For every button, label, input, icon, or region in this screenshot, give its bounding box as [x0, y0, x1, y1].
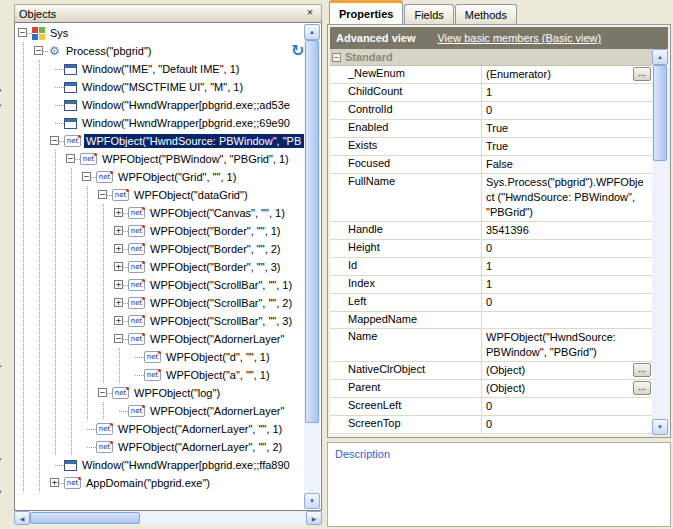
- tree-item[interactable]: netWPFObject("a", "", 1): [16, 366, 304, 384]
- property-row[interactable]: Left0: [330, 294, 652, 312]
- tree-item[interactable]: +netWPFObject("Border", "", 2): [16, 240, 304, 258]
- expand-icon[interactable]: +: [114, 226, 123, 235]
- tree-horizontal-scrollbar[interactable]: ◀ ▶: [14, 511, 322, 525]
- tab-methods[interactable]: Methods: [455, 4, 517, 24]
- property-row[interactable]: NameWPFObject("HwndSource: PBWindow", "P…: [330, 329, 652, 362]
- property-row[interactable]: Height0: [330, 240, 652, 258]
- tree-item[interactable]: Window("HwndWrapper[pbgrid.exe;;ffa890: [16, 456, 304, 474]
- tree-item-label[interactable]: WPFObject("HwndSource: PBWindow", "PB: [84, 134, 304, 148]
- category-row[interactable]: − Standard: [330, 49, 652, 66]
- tree-hscrollbar-thumb[interactable]: [30, 512, 140, 524]
- tree-item[interactable]: −netWPFObject("AdornerLayer": [16, 330, 304, 348]
- scroll-down-icon[interactable]: ▼: [304, 493, 320, 509]
- tree-item[interactable]: +netWPFObject("ScrollBar", "", 2): [16, 294, 304, 312]
- collapse-icon[interactable]: −: [18, 28, 27, 37]
- scroll-down-icon[interactable]: ▼: [652, 419, 668, 435]
- expand-icon[interactable]: +: [114, 280, 123, 289]
- tree-item[interactable]: Window("IME", "Default IME", 1): [16, 60, 304, 78]
- tree-item[interactable]: −⚙Process("pbgrid"): [16, 42, 304, 60]
- tree-item-label[interactable]: WPFObject("AdornerLayer": [148, 332, 286, 346]
- tree-item-label[interactable]: Window("MSCTFIME UI", "M", 1): [80, 80, 245, 94]
- collapse-icon[interactable]: −: [50, 136, 59, 145]
- tree-item-label[interactable]: Window("HwndWrapper[pbgrid.exe;;ad53e: [80, 98, 292, 112]
- tree-item[interactable]: −netWPFObject("Grid", "", 1): [16, 168, 304, 186]
- property-row[interactable]: _NewEnum(Enumerator)...: [330, 66, 652, 84]
- property-row[interactable]: Id1: [330, 258, 652, 276]
- ellipsis-button[interactable]: ...: [633, 381, 651, 395]
- tree-item-label[interactable]: WPFObject("a", "", 1): [164, 368, 272, 382]
- tree-item-label[interactable]: Process("pbgrid"): [64, 44, 153, 58]
- tree-item[interactable]: −netWPFObject("log"): [16, 384, 304, 402]
- tree-item[interactable]: Window("HwndWrapper[pbgrid.exe;;ad53e: [16, 96, 304, 114]
- tree-item[interactable]: +netWPFObject("Canvas", "", 1): [16, 204, 304, 222]
- expand-icon[interactable]: +: [114, 208, 123, 217]
- tree-item[interactable]: −netWPFObject("PBWindow", "PBGrid", 1): [16, 150, 304, 168]
- tree-item-label[interactable]: WPFObject("Border", "", 1): [148, 224, 283, 238]
- ellipsis-button[interactable]: ...: [633, 363, 651, 377]
- tree-item[interactable]: netWPFObject("AdornerLayer": [16, 402, 304, 420]
- tree-item-label[interactable]: WPFObject("Border", "", 3): [148, 260, 283, 274]
- property-row[interactable]: NativeClrObject(Object)...: [330, 362, 652, 380]
- close-icon[interactable]: ×: [303, 7, 317, 20]
- tree-item-label[interactable]: WPFObject("Border", "", 2): [148, 242, 283, 256]
- tree-item-label[interactable]: WPFObject("ScrollBar", "", 1): [148, 278, 294, 292]
- property-row[interactable]: ControlId0: [330, 102, 652, 120]
- tree-item-label[interactable]: Window("HwndWrapper[pbgrid.exe;;ffa890: [80, 458, 292, 472]
- collapse-icon[interactable]: −: [82, 172, 91, 181]
- tree-item-label[interactable]: Sys: [48, 26, 70, 40]
- tree-item-label[interactable]: WPFObject("AdornerLayer", "", 2): [116, 440, 284, 454]
- basic-view-link[interactable]: View basic members (Basic view): [437, 32, 601, 44]
- tree-item[interactable]: +netWPFObject("ScrollBar", "", 1): [16, 276, 304, 294]
- expand-icon[interactable]: +: [50, 478, 59, 487]
- collapse-icon[interactable]: −: [98, 190, 107, 199]
- property-row[interactable]: Parent(Object)...: [330, 380, 652, 398]
- tree-item-label[interactable]: WPFObject("Canvas", "", 1): [148, 206, 287, 220]
- expand-icon[interactable]: +: [114, 262, 123, 271]
- tree-item[interactable]: netWPFObject("AdornerLayer", "", 2): [16, 438, 304, 456]
- tree-item-label[interactable]: WPFObject("PBWindow", "PBGrid", 1): [100, 152, 291, 166]
- collapse-icon[interactable]: −: [66, 154, 75, 163]
- collapse-icon[interactable]: −: [332, 53, 341, 62]
- scroll-right-icon[interactable]: ▶: [306, 511, 322, 525]
- collapse-icon[interactable]: −: [98, 388, 107, 397]
- tree-item-label[interactable]: WPFObject("dataGrid"): [132, 188, 250, 202]
- property-row[interactable]: MappedName: [330, 312, 652, 329]
- tree-item-label[interactable]: WPFObject("d", "", 1): [164, 350, 272, 364]
- scroll-left-icon[interactable]: ◀: [14, 511, 30, 525]
- tree-item[interactable]: +netWPFObject("ScrollBar", "", 3): [16, 312, 304, 330]
- grid-vertical-scrollbar[interactable]: ▲ ▼: [652, 49, 668, 435]
- tree-item[interactable]: +netAppDomain("pbgrid.exe"): [16, 474, 304, 492]
- tree-vertical-scrollbar[interactable]: ▲ ▼: [304, 24, 320, 509]
- property-row[interactable]: ScreenLeft0: [330, 398, 652, 416]
- tree-item-label[interactable]: WPFObject("AdornerLayer": [148, 404, 286, 418]
- tree-item-label[interactable]: WPFObject("Grid", "", 1): [116, 170, 238, 184]
- grid-scrollbar-thumb[interactable]: [653, 65, 667, 161]
- tree-item[interactable]: −netWPFObject("HwndSource: PBWindow", "P…: [16, 132, 304, 150]
- property-row[interactable]: FocusedFalse: [330, 156, 652, 174]
- tree-item-label[interactable]: WPFObject("AdornerLayer", "", 1): [116, 422, 284, 436]
- collapse-icon[interactable]: −: [34, 46, 43, 55]
- collapse-icon[interactable]: −: [114, 334, 123, 343]
- ellipsis-button[interactable]: ...: [633, 67, 651, 81]
- tree-item[interactable]: Window("HwndWrapper[pbgrid.exe;;69e90: [16, 114, 304, 132]
- scroll-up-icon[interactable]: ▲: [304, 24, 320, 40]
- property-row[interactable]: EnabledTrue: [330, 120, 652, 138]
- property-row[interactable]: ChildCount1: [330, 84, 652, 102]
- tree-item[interactable]: +netWPFObject("Border", "", 1): [16, 222, 304, 240]
- tree-item[interactable]: −netWPFObject("dataGrid"): [16, 186, 304, 204]
- tree-item-label[interactable]: Window("HwndWrapper[pbgrid.exe;;69e90: [80, 116, 292, 130]
- property-row[interactable]: ScreenTop0: [330, 416, 652, 434]
- tree-item-label[interactable]: WPFObject("log"): [132, 386, 222, 400]
- tab-properties[interactable]: Properties: [329, 0, 403, 24]
- tree-item[interactable]: netWPFObject("AdornerLayer", "", 1): [16, 420, 304, 438]
- scroll-up-icon[interactable]: ▲: [652, 49, 668, 65]
- tree-item[interactable]: +netWPFObject("Border", "", 3): [16, 258, 304, 276]
- tree-item-label[interactable]: Window("IME", "Default IME", 1): [80, 62, 241, 76]
- tree-item-label[interactable]: AppDomain("pbgrid.exe"): [84, 476, 212, 490]
- property-row[interactable]: FullNameSys.Process("pbgrid").WPFObject …: [330, 174, 652, 222]
- expand-icon[interactable]: +: [114, 316, 123, 325]
- tree-item[interactable]: netWPFObject("d", "", 1): [16, 348, 304, 366]
- tree-item-label[interactable]: WPFObject("ScrollBar", "", 2): [148, 296, 294, 310]
- tree-item[interactable]: Window("MSCTFIME UI", "M", 1): [16, 78, 304, 96]
- tree-item-label[interactable]: WPFObject("ScrollBar", "", 3): [148, 314, 294, 328]
